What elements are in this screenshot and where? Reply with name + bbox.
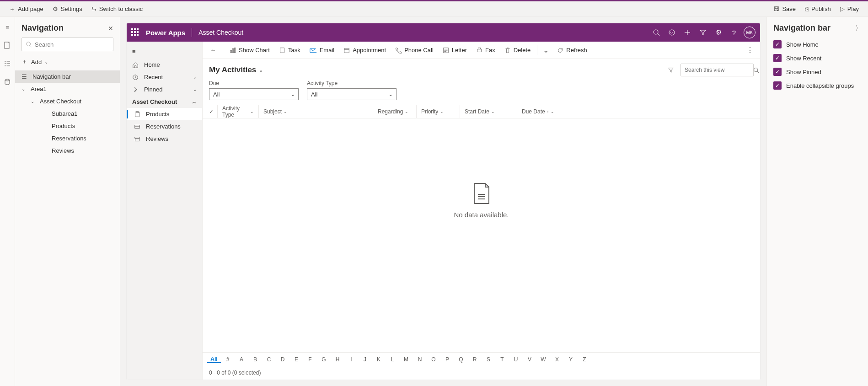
letter-button[interactable]: Letter — [438, 42, 472, 59]
add-page-button[interactable]: ＋ Add page — [5, 1, 48, 16]
settings-button[interactable]: ⚙ Settings — [48, 1, 87, 16]
top-command-bar: ＋ Add page ⚙ Settings ⇆ Switch to classi… — [0, 1, 868, 17]
alpha-letter[interactable]: J — [358, 356, 372, 363]
col-due-date[interactable]: Due Date↑⌄ — [517, 105, 576, 118]
nav-item-subarea1[interactable]: Subarea1 — [15, 107, 120, 120]
overflow-button[interactable]: ⋮ — [743, 46, 757, 54]
col-start-date[interactable]: Start Date⌄ — [460, 105, 517, 118]
alpha-letter[interactable]: U — [509, 356, 523, 363]
alpha-letter[interactable]: K — [372, 356, 386, 363]
checkbox-show-recent[interactable]: ✓ Show Recent — [773, 54, 862, 62]
data-icon[interactable] — [3, 77, 12, 86]
back-button[interactable]: ← — [205, 47, 221, 54]
grid-header: ✓ Activity Type⌄ Subject⌄ Regarding⌄ Pri… — [203, 105, 760, 118]
delete-button[interactable]: Delete — [500, 42, 536, 59]
alpha-letter[interactable]: W — [536, 356, 550, 363]
alpha-letter[interactable]: P — [440, 356, 454, 363]
header-help-icon[interactable]: ? — [726, 23, 742, 42]
sitemap-reviews[interactable]: Reviews — [127, 133, 202, 145]
sitemap-pinned[interactable]: Pinned ⌄ — [127, 83, 202, 96]
alpha-all[interactable]: All — [207, 356, 221, 363]
alpha-letter[interactable]: V — [523, 356, 536, 363]
alpha-letter[interactable]: R — [468, 356, 482, 363]
waffle-icon[interactable] — [131, 28, 139, 37]
sitemap-products[interactable]: Products — [127, 108, 202, 120]
header-filter-icon[interactable] — [695, 23, 711, 42]
pages-icon[interactable] — [3, 41, 12, 50]
avatar[interactable]: MK — [744, 27, 755, 38]
alpha-letter[interactable]: X — [550, 356, 564, 363]
alpha-letter[interactable]: Y — [564, 356, 578, 363]
alpha-letter[interactable]: L — [386, 356, 399, 363]
col-subject[interactable]: Subject⌄ — [258, 105, 373, 118]
sitemap-hamburger-icon[interactable]: ≡ — [127, 44, 202, 59]
alpha-letter[interactable]: S — [482, 356, 495, 363]
col-priority[interactable]: Priority⌄ — [416, 105, 460, 118]
switch-classic-button[interactable]: ⇆ Switch to classic — [87, 1, 147, 16]
header-search-icon[interactable] — [648, 23, 664, 42]
alpha-letter[interactable]: N — [413, 356, 427, 363]
col-regarding[interactable]: Regarding⌄ — [373, 105, 416, 118]
delete-split-button[interactable]: ⌄ — [539, 46, 552, 54]
sitemap-home[interactable]: Home — [127, 59, 202, 71]
header-task-icon[interactable] — [664, 23, 680, 42]
hamburger-icon[interactable]: ≡ — [3, 22, 12, 32]
close-icon[interactable]: ✕ — [108, 25, 113, 32]
col-activity-type[interactable]: Activity Type⌄ — [217, 105, 258, 118]
view-search[interactable] — [680, 64, 754, 76]
task-button[interactable]: Task — [274, 42, 305, 59]
nav-item-reviews[interactable]: Reviews — [15, 145, 120, 157]
nav-item-area1[interactable]: ⌄ Area1 — [15, 83, 120, 95]
email-button[interactable]: Email — [305, 42, 339, 59]
alpha-letter[interactable]: E — [289, 356, 303, 363]
appointment-button[interactable]: Appointment — [339, 42, 391, 59]
checkbox-enable-groups[interactable]: ✓ Enable collapsible groups — [773, 81, 862, 90]
fax-button[interactable]: Fax — [472, 42, 500, 59]
refresh-button[interactable]: Refresh — [552, 42, 592, 59]
header-plus-icon[interactable] — [680, 23, 695, 42]
sitemap-label: Home — [144, 61, 160, 68]
sitemap-group-asset-checkout[interactable]: Asset Checkout ︿ — [127, 96, 202, 108]
alpha-letter[interactable]: I — [344, 356, 358, 363]
phone-button[interactable]: Phone Call — [391, 42, 438, 59]
alpha-letter[interactable]: C — [262, 356, 276, 363]
sitemap-recent[interactable]: Recent ⌄ — [127, 71, 202, 83]
alpha-letter[interactable]: H — [331, 356, 344, 363]
navigation-rail-icon[interactable] — [3, 59, 12, 68]
alpha-letter[interactable]: M — [399, 356, 413, 363]
alpha-letter[interactable]: # — [221, 356, 235, 363]
svg-line-24 — [757, 71, 759, 72]
alpha-letter[interactable]: G — [317, 356, 331, 363]
nav-item-products[interactable]: Products — [15, 120, 120, 132]
select-all-checkbox[interactable]: ✓ — [208, 105, 217, 118]
alpha-letter[interactable]: A — [235, 356, 248, 363]
view-search-input[interactable] — [685, 67, 753, 73]
nav-search[interactable] — [21, 38, 113, 51]
nav-item-navbar[interactable]: ☰ Navigation bar — [15, 70, 120, 83]
header-gear-icon[interactable]: ⚙ — [711, 23, 726, 42]
checkbox-show-home[interactable]: ✓ Show Home — [773, 40, 862, 48]
alpha-letter[interactable]: Z — [578, 356, 591, 363]
checkbox-show-pinned[interactable]: ✓ Show Pinned — [773, 68, 862, 76]
alpha-letter[interactable]: T — [495, 356, 509, 363]
chevron-right-icon[interactable]: 〉 — [855, 24, 862, 32]
filter-icon[interactable] — [668, 67, 674, 73]
sitemap-reservations[interactable]: Reservations — [127, 120, 202, 133]
publish-button[interactable]: ⎘ Publish — [800, 1, 836, 16]
activity-type-select[interactable]: All ⌄ — [307, 88, 396, 100]
show-chart-button[interactable]: Show Chart — [225, 42, 274, 59]
alpha-letter[interactable]: Q — [454, 356, 468, 363]
nav-item-asset-checkout[interactable]: ⌄ Asset Checkout — [15, 95, 120, 107]
due-select[interactable]: All ⌄ — [209, 88, 299, 100]
add-button[interactable]: ＋ Add ⌄ — [15, 55, 120, 69]
alpha-letter[interactable]: B — [248, 356, 262, 363]
nav-search-input[interactable] — [35, 41, 112, 48]
play-button[interactable]: ▷ Play — [836, 1, 863, 16]
alpha-letter[interactable]: F — [303, 356, 317, 363]
view-title-dropdown[interactable]: My Activities ⌄ — [209, 65, 263, 75]
alpha-letter[interactable]: D — [276, 356, 289, 363]
save-button[interactable]: 🖫 Save — [769, 1, 800, 16]
publish-icon: ⎘ — [805, 5, 809, 12]
alpha-letter[interactable]: O — [427, 356, 440, 363]
nav-item-reservations[interactable]: Reservations — [15, 132, 120, 145]
